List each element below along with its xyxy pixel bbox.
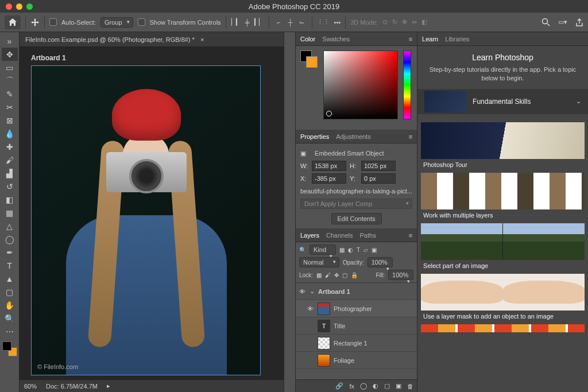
marquee-tool[interactable]: ▭ <box>2 61 18 74</box>
lock-all-icon[interactable]: 🔒 <box>351 272 358 278</box>
height-field[interactable]: 1025 px <box>361 161 396 171</box>
filter-pixel-icon[interactable]: ▦ <box>339 247 345 253</box>
edit-toolbar-icon[interactable]: ⋯ <box>2 325 18 338</box>
pen-tool[interactable]: ✒ <box>2 246 18 259</box>
move-tool-icon[interactable] <box>30 18 40 27</box>
brush-tool[interactable]: 🖌 <box>2 153 18 166</box>
layer-artboard[interactable]: 👁 ⌄ Artboard 1 <box>296 283 417 300</box>
tab-layers[interactable]: Layers <box>300 232 319 239</box>
more-align-icon[interactable]: ••• <box>334 19 341 26</box>
align-bottom-icon[interactable]: ⌙ <box>297 17 307 28</box>
y-field[interactable]: 0 px <box>361 173 396 184</box>
layer-mask-icon[interactable]: ◯ <box>360 382 367 390</box>
tab-channels[interactable]: Channels <box>326 232 353 239</box>
lock-image-icon[interactable]: 🖌 <box>325 272 331 278</box>
delete-layer-icon[interactable]: 🗑 <box>407 383 413 390</box>
close-window-icon[interactable] <box>6 3 12 10</box>
filter-type-icon[interactable]: T <box>357 247 360 253</box>
opacity-field[interactable]: 100% <box>368 257 393 267</box>
learn-section-fundamental[interactable]: Fundamental Skills ⌄ <box>417 89 588 114</box>
hue-slider[interactable] <box>403 51 411 119</box>
layer-comp-dropdown[interactable]: Don't Apply Layer Comp <box>300 199 412 209</box>
layer-rectangle[interactable]: Rectangle 1 <box>296 335 417 352</box>
tab-swatches[interactable]: Swatches <box>322 36 350 42</box>
filter-adjust-icon[interactable]: ◐ <box>348 247 353 253</box>
move-tool[interactable]: ✥ <box>2 48 18 61</box>
color-panel-swatches[interactable] <box>300 51 318 68</box>
tab-adjustments[interactable]: Adjustments <box>336 133 371 140</box>
color-swatches[interactable] <box>2 341 17 356</box>
eraser-tool[interactable]: ◧ <box>2 193 18 206</box>
gradient-tool[interactable]: ▦ <box>2 206 18 219</box>
blend-mode-dropdown[interactable]: Normal <box>299 257 339 267</box>
tab-paths[interactable]: Paths <box>360 232 376 239</box>
edit-contents-button[interactable]: Edit Contents <box>331 213 382 224</box>
minimize-window-icon[interactable] <box>16 3 22 10</box>
crop-tool[interactable]: ✂ <box>2 100 18 114</box>
tab-learn[interactable]: Learn <box>422 36 438 42</box>
visibility-toggle-icon[interactable]: 👁 <box>306 305 314 312</box>
panel-menu-icon[interactable]: ≡ <box>409 232 412 239</box>
layer-fx-icon[interactable]: fx <box>349 383 354 390</box>
chevron-down-icon[interactable]: ⌄ <box>310 288 315 295</box>
filter-shape-icon[interactable]: ▱ <box>363 247 368 253</box>
toolstrip-expand-icon[interactable]: » <box>2 34 18 48</box>
new-layer-icon[interactable]: ▣ <box>396 382 401 390</box>
lasso-tool[interactable]: ⌒ <box>2 74 18 87</box>
show-transform-checkbox[interactable] <box>138 18 145 26</box>
align-right-icon[interactable]: ▎▏ <box>254 17 264 28</box>
align-top-icon[interactable]: ⌐ <box>274 17 284 28</box>
visibility-toggle-icon[interactable]: 👁 <box>298 288 306 295</box>
layer-foliage[interactable]: Foliage <box>296 352 417 369</box>
layer-title[interactable]: T Title <box>296 317 417 335</box>
document-tab[interactable]: FileInfo.com Example.psd @ 60% (Photogra… <box>20 32 284 47</box>
tutorial-multiple-layers[interactable]: Work with multiple layers <box>421 173 585 220</box>
tab-libraries[interactable]: Libraries <box>445 36 469 42</box>
color-field[interactable] <box>323 51 398 119</box>
foreground-swatch[interactable] <box>2 341 11 351</box>
history-brush-tool[interactable]: ↺ <box>2 180 18 193</box>
auto-select-mode-dropdown[interactable]: Group <box>100 17 133 28</box>
lock-transparency-icon[interactable]: ▦ <box>316 272 322 278</box>
stamp-tool[interactable]: ▟ <box>2 166 18 180</box>
panel-menu-icon[interactable]: ≡ <box>409 133 412 140</box>
heal-tool[interactable]: ✚ <box>2 140 18 153</box>
filter-icon[interactable]: 🔍 <box>299 247 306 253</box>
tutorial-layer-mask[interactable]: Use a layer mask to add an object to an … <box>421 274 585 321</box>
quick-select-tool[interactable]: ✎ <box>2 87 18 100</box>
collapsed-panels-strip[interactable] <box>284 32 295 392</box>
search-icon[interactable] <box>541 18 550 26</box>
x-field[interactable]: -385 px <box>312 173 346 184</box>
share-icon[interactable] <box>575 18 583 26</box>
auto-select-checkbox[interactable] <box>49 18 57 26</box>
blur-tool[interactable]: △ <box>2 219 18 232</box>
tab-properties[interactable]: Properties <box>300 133 329 140</box>
align-vcenter-icon[interactable]: ┼ <box>285 17 296 28</box>
tab-color[interactable]: Color <box>300 36 315 42</box>
tutorial-photoshop-tour[interactable]: Photoshop Tour <box>421 122 585 169</box>
distribute-icon[interactable]: ⋮⋮ <box>317 18 330 26</box>
eyedropper-tool[interactable]: 💧 <box>2 127 18 140</box>
filter-kind-dropdown[interactable]: Kind <box>310 244 336 255</box>
panel-menu-icon[interactable]: ≡ <box>409 36 412 42</box>
layer-photographer[interactable]: 👁 Photographer <box>296 300 417 317</box>
width-field[interactable]: 1538 px <box>312 161 346 171</box>
canvas[interactable]: Artboard 1 © FileInfo.com <box>20 47 284 379</box>
filter-smart-icon[interactable]: ▣ <box>372 247 377 253</box>
layer-group-icon[interactable]: ▢ <box>384 382 390 390</box>
maximize-window-icon[interactable] <box>26 3 33 10</box>
frame-tool[interactable]: ⊠ <box>2 114 18 127</box>
home-button[interactable] <box>5 15 21 29</box>
dodge-tool[interactable]: ◯ <box>2 232 18 246</box>
zoom-level[interactable]: 60% <box>24 383 37 390</box>
path-select-tool[interactable]: ▲ <box>2 272 18 285</box>
hand-tool[interactable]: ✋ <box>2 298 18 312</box>
fill-field[interactable]: 100% <box>388 270 413 280</box>
artboard[interactable]: © FileInfo.com <box>31 65 261 375</box>
status-more-icon[interactable]: ▸ <box>107 382 110 390</box>
arrange-documents-icon[interactable]: ▭▾ <box>558 18 567 26</box>
adjustment-layer-icon[interactable]: ◐ <box>373 382 378 390</box>
shape-tool[interactable]: ▢ <box>2 285 18 298</box>
type-tool[interactable]: T <box>2 259 18 272</box>
tutorial-select-part[interactable]: Select part of an image <box>421 223 585 270</box>
